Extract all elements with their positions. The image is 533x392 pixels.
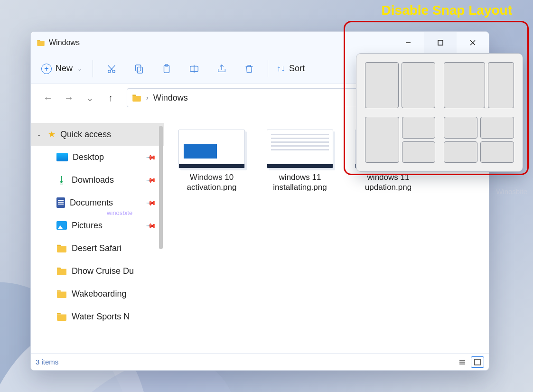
snap-zone [402,141,435,163]
status-bar: 3 items [31,353,489,370]
svg-rect-1 [438,40,443,45]
snap-zone [480,117,514,139]
snap-zone [480,141,514,163]
rename-button[interactable] [180,58,208,79]
pin-icon: 📌 [146,151,157,162]
minimize-button[interactable] [392,32,424,54]
chevron-down-icon: ⌄ [77,65,82,72]
sort-label: Sort [289,64,305,74]
annotation-label: Disable Snap Layout [382,3,512,18]
snap-zone [444,62,485,108]
window-controls [392,32,489,54]
svg-rect-15 [475,359,480,365]
document-icon [56,197,65,208]
sidebar-item-wakeboarding[interactable]: Wakeboarding [31,282,164,305]
scrollbar-thumb[interactable] [159,126,163,249]
back-button[interactable]: ← [38,88,57,107]
folder-icon [37,39,45,46]
snap-layout-option-split-half[interactable] [365,62,435,108]
snap-zone [444,117,477,139]
maximize-button[interactable] [424,32,457,54]
sidebar-item-label: Downloads [72,175,114,185]
sort-icon: ↑↓ [277,64,285,74]
file-item[interactable]: windows 11 installating.png [264,130,336,193]
file-thumbnail [178,130,245,168]
pictures-icon [56,221,67,230]
new-button-label: New [56,64,73,74]
sidebar-item-water-sports-n[interactable]: Water Sports N [31,305,164,328]
sidebar-item-label: Pictures [72,221,103,231]
new-button[interactable]: + New ⌄ [36,61,88,77]
paste-button[interactable] [153,58,180,79]
sidebar-item-documents[interactable]: Documents📌 [31,191,164,214]
sidebar-item-label: Water Sports N [72,312,130,322]
separator [268,60,268,77]
watermark-text: winosbite [107,209,132,216]
watermark-text: Winosbite [496,187,527,196]
folder-icon [56,289,67,298]
navigation-pane: ⌄ ★ Quick access Desktop📌⭳Downloads📌Docu… [31,112,164,353]
share-button[interactable] [208,58,235,79]
sidebar-item-desktop[interactable]: Desktop📌 [31,146,164,168]
details-view-button[interactable] [456,356,469,368]
file-item[interactable]: Windows 10 activation.png [176,130,247,193]
pin-icon: 📌 [146,197,157,208]
up-button[interactable]: ↑ [101,88,120,107]
pin-icon: 📌 [146,174,157,185]
sidebar-item-desert-safari[interactable]: Desert Safari [31,237,164,260]
breadcrumb-location[interactable]: Windows [153,93,188,103]
star-icon: ★ [48,129,56,140]
sidebar-item-pictures[interactable]: Pictures📌 [31,214,164,237]
folder-icon [132,94,141,102]
sidebar-item-label: Wakeboarding [72,289,126,299]
window-title: Windows [49,38,80,47]
sidebar-item-downloads[interactable]: ⭳Downloads📌 [31,168,164,191]
breadcrumb-separator-icon: › [146,94,149,102]
sidebar-item-label: Desktop [73,152,104,162]
snap-zone [444,141,477,163]
snap-zone [402,117,435,139]
item-count: 3 items [36,358,58,366]
snap-layout-option-split-wide[interactable] [444,62,514,108]
copy-button[interactable] [125,58,153,79]
snap-zone [365,62,399,108]
sidebar-item-label: Quick access [60,130,111,140]
delete-button[interactable] [235,58,263,79]
file-thumbnail [267,130,333,168]
download-icon: ⭳ [56,175,67,185]
sidebar-item-dhow-cruise-du[interactable]: Dhow Cruise Du [31,260,164,282]
sidebar-item-label: Dhow Cruise Du [72,266,134,276]
thumbnails-view-button[interactable] [471,356,484,368]
sort-button[interactable]: ↑↓ Sort [273,64,309,74]
cut-button[interactable] [98,58,125,79]
close-button[interactable] [457,32,489,54]
recent-locations-button[interactable]: ⌄ [80,88,99,107]
snap-layout-option-three[interactable] [365,117,435,163]
sidebar-item-quick-access[interactable]: ⌄ ★ Quick access [31,123,164,146]
svg-rect-6 [137,67,142,73]
snap-layout-option-quad[interactable] [444,117,514,163]
file-name: windows 11 updation.png [353,172,424,193]
file-name: Windows 10 activation.png [176,172,247,193]
svg-rect-7 [136,65,141,71]
sidebar-item-label: Documents [70,198,113,208]
folder-icon [56,312,67,321]
file-name: windows 11 installating.png [264,172,336,193]
folder-icon [56,244,67,252]
sidebar-item-label: Desert Safari [72,243,122,253]
plus-circle-icon: + [41,64,52,74]
pin-icon: 📌 [146,220,157,231]
snap-zone [402,62,435,108]
desktop-icon [56,153,68,161]
snap-layout-popup [356,53,523,172]
snap-zone [488,62,514,108]
folder-icon [56,267,67,275]
forward-button[interactable]: → [59,88,78,107]
chevron-down-icon: ⌄ [37,131,43,138]
separator [93,60,93,77]
titlebar[interactable]: Windows [31,32,489,54]
snap-zone [365,117,399,163]
